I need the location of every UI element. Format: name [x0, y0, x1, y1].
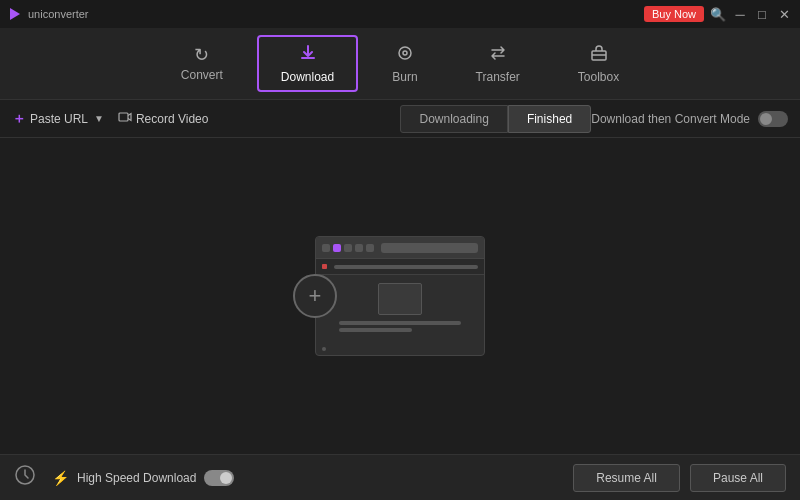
- transfer-icon: [488, 43, 508, 66]
- nav-label-convert: Convert: [181, 68, 223, 82]
- toolbar-dot: [322, 264, 327, 269]
- sub-toolbar-left: ＋ Paste URL ▼ Record Video: [12, 110, 400, 128]
- paste-url-button[interactable]: ＋ Paste URL ▼: [12, 110, 104, 128]
- nav-bar: ↻ Convert Download Burn Transfer: [0, 28, 800, 100]
- browser-body: [316, 275, 484, 340]
- plus-icon: ＋: [12, 110, 26, 128]
- svg-point-2: [403, 51, 407, 55]
- nav-item-convert[interactable]: ↻ Convert: [157, 38, 247, 90]
- high-speed-label: High Speed Download: [77, 471, 196, 485]
- browser-tab-4: [355, 244, 363, 252]
- paste-url-dropdown-icon[interactable]: ▼: [94, 113, 104, 124]
- nav-item-transfer[interactable]: Transfer: [452, 35, 544, 92]
- svg-rect-5: [119, 113, 128, 121]
- convert-icon: ↻: [194, 46, 209, 64]
- bottom-right: Resume All Pause All: [573, 464, 786, 492]
- browser-tab-bar: [316, 237, 484, 259]
- browser-toolbar: [316, 259, 484, 275]
- browser-image-placeholder: [378, 283, 422, 315]
- download-convert-toggle[interactable]: [758, 111, 788, 127]
- center-illustration: +: [315, 236, 485, 356]
- browser-tab-1: [322, 244, 330, 252]
- buy-now-button[interactable]: Buy Now: [644, 6, 704, 22]
- browser-text-lines: [339, 321, 461, 332]
- record-video-label: Record Video: [136, 112, 209, 126]
- maximize-icon[interactable]: □: [754, 7, 770, 22]
- browser-text-line-2: [339, 328, 412, 332]
- bottom-bar: ⚡ High Speed Download Resume All Pause A…: [0, 454, 800, 500]
- pause-all-button[interactable]: Pause All: [690, 464, 786, 492]
- nav-label-toolbox: Toolbox: [578, 70, 619, 84]
- sub-toolbar: ＋ Paste URL ▼ Record Video Downloading F…: [0, 100, 800, 138]
- minimize-icon[interactable]: ─: [732, 7, 748, 22]
- search-title-icon[interactable]: 🔍: [710, 7, 726, 22]
- svg-marker-0: [10, 8, 20, 20]
- record-video-button[interactable]: Record Video: [118, 110, 209, 127]
- app-title: uniconverter: [28, 8, 89, 20]
- lightning-icon: ⚡: [52, 470, 69, 486]
- toolbox-icon: [589, 43, 609, 66]
- browser-text-line-1: [339, 321, 461, 325]
- clock-area[interactable]: [14, 464, 36, 491]
- high-speed-toggle[interactable]: [204, 470, 234, 486]
- nav-label-download: Download: [281, 70, 334, 84]
- browser-tab-5: [366, 244, 374, 252]
- nav-label-burn: Burn: [392, 70, 417, 84]
- paste-url-label: Paste URL: [30, 112, 88, 126]
- close-icon[interactable]: ✕: [776, 7, 792, 22]
- title-bar: uniconverter Buy Now 🔍 ─ □ ✕: [0, 0, 800, 28]
- tabs-area: Downloading Finished: [400, 105, 591, 133]
- speed-area: ⚡ High Speed Download: [52, 470, 234, 486]
- nav-item-burn[interactable]: Burn: [368, 35, 441, 92]
- nav-label-transfer: Transfer: [476, 70, 520, 84]
- app-logo-area: uniconverter: [8, 7, 89, 21]
- tab-downloading[interactable]: Downloading: [400, 105, 507, 133]
- svg-point-1: [399, 47, 411, 59]
- tab-finished[interactable]: Finished: [508, 105, 591, 133]
- nav-item-download[interactable]: Download: [257, 35, 358, 92]
- download-convert-mode-label: Download then Convert Mode: [591, 112, 750, 126]
- add-url-button[interactable]: +: [293, 274, 337, 318]
- title-bar-controls: Buy Now 🔍 ─ □ ✕: [644, 6, 792, 22]
- main-content: +: [0, 138, 800, 454]
- browser-dot-small: [322, 347, 326, 351]
- sub-toolbar-right: Download then Convert Mode: [591, 111, 788, 127]
- browser-url-bar: [381, 243, 478, 253]
- toolbar-line: [334, 265, 478, 269]
- browser-tab-2: [333, 244, 341, 252]
- clock-icon: [14, 464, 36, 491]
- nav-item-toolbox[interactable]: Toolbox: [554, 35, 643, 92]
- browser-tab-3: [344, 244, 352, 252]
- download-icon: [298, 43, 318, 66]
- burn-icon: [395, 43, 415, 66]
- browser-mockup: [315, 236, 485, 356]
- bottom-left: ⚡ High Speed Download: [14, 464, 234, 491]
- resume-all-button[interactable]: Resume All: [573, 464, 680, 492]
- app-logo-icon: [8, 7, 22, 21]
- record-icon: [118, 110, 132, 127]
